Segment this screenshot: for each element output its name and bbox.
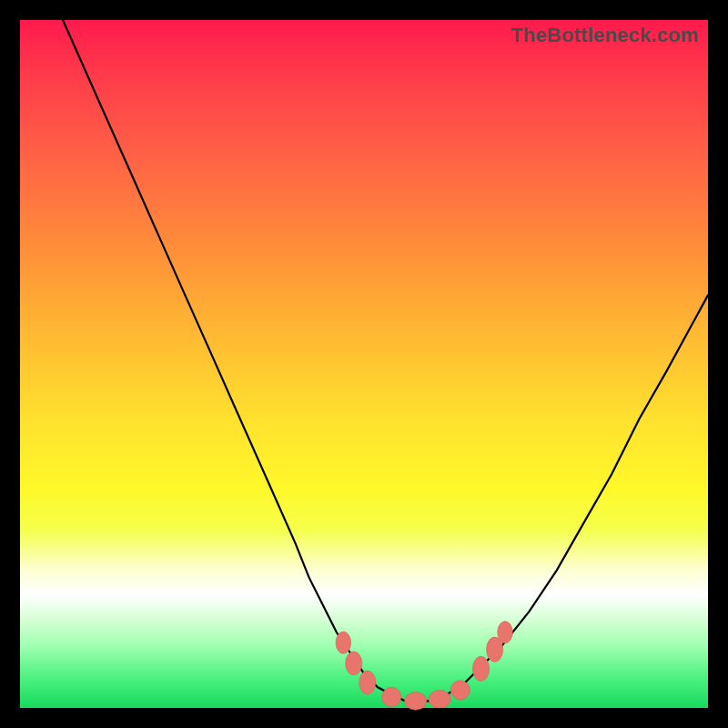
plot-area: TheBottleneck.com <box>20 20 708 708</box>
curve-marker <box>405 693 427 711</box>
curve-marker <box>359 671 376 694</box>
curve-marker <box>472 656 489 681</box>
curve-marker <box>382 687 401 706</box>
app-frame: TheBottleneck.com <box>0 0 728 728</box>
curve-marker <box>429 690 450 708</box>
curve-markers <box>336 622 512 711</box>
plot-overlay <box>20 20 708 708</box>
curve-marker <box>498 622 513 643</box>
curve-marker <box>450 681 470 700</box>
curve-marker <box>346 652 362 675</box>
bottleneck-curve <box>20 0 708 701</box>
curve-marker <box>336 632 351 653</box>
